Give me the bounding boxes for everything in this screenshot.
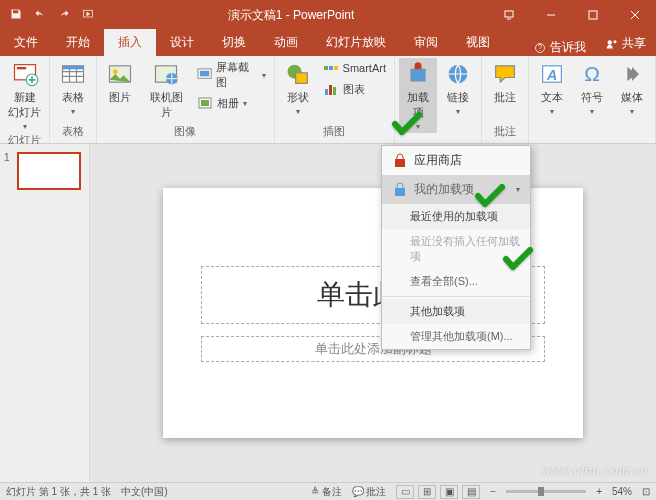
zoom-level[interactable]: 54% <box>612 486 632 497</box>
shapes-label: 形状 <box>287 90 309 105</box>
hyperlink-label: 链接 <box>447 90 469 105</box>
tab-home[interactable]: 开始 <box>52 29 104 56</box>
svg-point-12 <box>113 69 118 74</box>
svg-rect-22 <box>329 66 333 70</box>
close-icon[interactable] <box>614 0 656 30</box>
maximize-icon[interactable] <box>572 0 614 30</box>
svg-rect-2 <box>589 11 597 19</box>
svg-rect-18 <box>201 100 209 106</box>
workspace: 1 单击此处 单击此处添加副标题 <box>0 144 656 482</box>
zoom-in-icon[interactable]: + <box>596 486 602 497</box>
photo-album-icon <box>197 95 213 111</box>
view-reading-icon[interactable]: ▣ <box>440 485 458 499</box>
symbols-icon: Ω <box>578 60 606 88</box>
svg-rect-16 <box>200 71 209 77</box>
status-notes[interactable]: ≜ 备注 <box>311 485 342 499</box>
screenshot-button[interactable]: 屏幕截图▾ <box>193 58 270 92</box>
shapes-icon <box>284 60 312 88</box>
statusbar: 幻灯片 第 1 张，共 1 张 中文(中国) ≜ 备注 💬 批注 ▭ ⊞ ▣ ▤… <box>0 482 656 500</box>
dropdown-store[interactable]: 应用商店 <box>382 146 530 175</box>
svg-rect-24 <box>325 89 328 95</box>
comment-label: 批注 <box>494 90 516 105</box>
hyperlink-button[interactable]: 链接 ▾ <box>439 58 477 118</box>
dropdown-recent-header: 最近使用的加载项 <box>382 204 530 229</box>
status-language[interactable]: 中文(中国) <box>121 485 168 499</box>
tab-insert[interactable]: 插入 <box>104 29 156 56</box>
chevron-down-icon: ▾ <box>550 107 554 116</box>
svg-text:A: A <box>546 67 557 83</box>
chevron-down-icon: ▾ <box>516 185 520 194</box>
svg-rect-27 <box>411 69 425 81</box>
view-buttons: ▭ ⊞ ▣ ▤ <box>396 485 480 499</box>
redo-icon[interactable] <box>58 8 70 23</box>
start-icon[interactable] <box>82 8 94 23</box>
minimize-icon[interactable] <box>530 0 572 30</box>
tell-me[interactable]: 告诉我 <box>524 39 596 56</box>
svg-text:Ω: Ω <box>584 62 600 85</box>
svg-rect-20 <box>295 73 307 84</box>
tab-review[interactable]: 审阅 <box>400 29 452 56</box>
svg-rect-25 <box>329 85 332 95</box>
new-slide-label: 新建 幻灯片 <box>8 90 41 120</box>
slide-canvas: 单击此处 单击此处添加副标题 <box>90 144 656 482</box>
table-label: 表格 <box>62 90 84 105</box>
svg-rect-21 <box>324 66 328 70</box>
tab-animations[interactable]: 动画 <box>260 29 312 56</box>
chart-button[interactable]: 图表 <box>319 79 390 99</box>
chart-icon <box>323 81 339 97</box>
media-label: 媒体 <box>621 90 643 105</box>
share-button[interactable]: 共享 <box>596 31 656 56</box>
undo-icon[interactable] <box>34 8 46 23</box>
comment-button[interactable]: 批注 <box>486 58 524 107</box>
addins-icon <box>404 60 432 88</box>
ribbon-options-icon[interactable] <box>488 0 530 30</box>
fit-window-icon[interactable]: ⊡ <box>642 486 650 497</box>
store-icon <box>392 153 408 169</box>
smartart-button[interactable]: SmartArt <box>319 58 390 78</box>
svg-rect-26 <box>333 87 336 95</box>
new-slide-icon <box>11 60 39 88</box>
titlebar: 演示文稿1 - PowerPoint <box>0 0 656 30</box>
tab-design[interactable]: 设计 <box>156 29 208 56</box>
online-pictures-button[interactable]: 联机图片 <box>141 58 191 122</box>
svg-rect-7 <box>16 67 25 69</box>
view-normal-icon[interactable]: ▭ <box>396 485 414 499</box>
comment-icon <box>491 60 519 88</box>
status-comments[interactable]: 💬 批注 <box>352 485 387 499</box>
group-comments-label: 批注 <box>486 124 524 141</box>
group-images-label: 图像 <box>101 124 270 141</box>
my-addins-icon <box>392 182 408 198</box>
dropdown-manage-other[interactable]: 管理其他加载项(M)... <box>382 324 530 349</box>
group-illustrations-label: 插图 <box>279 124 390 141</box>
chevron-down-icon: ▾ <box>71 107 75 116</box>
pictures-button[interactable]: 图片 <box>101 58 139 107</box>
zoom-out-icon[interactable]: − <box>490 486 496 497</box>
media-icon <box>618 60 646 88</box>
pictures-icon <box>106 60 134 88</box>
tab-file[interactable]: 文件 <box>0 29 52 56</box>
checkmark-annotation <box>503 247 533 275</box>
table-icon <box>59 60 87 88</box>
text-button[interactable]: A 文本 ▾ <box>533 58 571 118</box>
chevron-down-icon: ▾ <box>590 107 594 116</box>
symbols-button[interactable]: Ω 符号 ▾ <box>573 58 611 118</box>
view-slideshow-icon[interactable]: ▤ <box>462 485 480 499</box>
slide-thumbnail[interactable] <box>17 152 81 190</box>
save-icon[interactable] <box>10 8 22 23</box>
slide-thumbnails: 1 <box>0 144 90 482</box>
dropdown-my-addins[interactable]: 我的加载项 ▾ <box>382 175 530 204</box>
new-slide-button[interactable]: 新建 幻灯片 ▾ <box>4 58 45 133</box>
tab-transitions[interactable]: 切换 <box>208 29 260 56</box>
tab-slideshow[interactable]: 幻灯片放映 <box>312 29 400 56</box>
table-button[interactable]: 表格 ▾ <box>54 58 92 118</box>
symbols-label: 符号 <box>581 90 603 105</box>
zoom-slider[interactable] <box>506 490 586 493</box>
shapes-button[interactable]: 形状 ▾ <box>279 58 317 118</box>
svg-point-4 <box>608 40 613 45</box>
media-button[interactable]: 媒体 ▾ <box>613 58 651 118</box>
tab-view[interactable]: 视图 <box>452 29 504 56</box>
online-pictures-icon <box>152 60 180 88</box>
photo-album-button[interactable]: 相册▾ <box>193 93 270 113</box>
view-sorter-icon[interactable]: ⊞ <box>418 485 436 499</box>
group-tables-label: 表格 <box>54 124 92 141</box>
